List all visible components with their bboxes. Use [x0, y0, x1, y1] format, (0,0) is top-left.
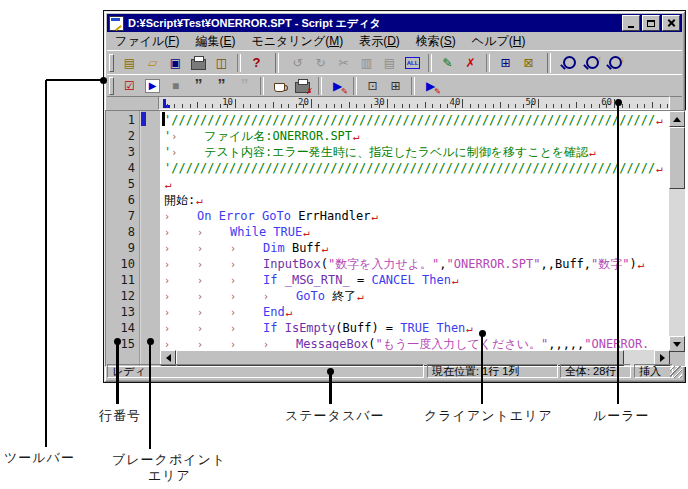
step-in-icon: ” [195, 78, 203, 94]
open-file-button[interactable]: ▱ [141, 53, 164, 73]
minimize-icon [628, 26, 634, 28]
eol-marker: ↵ [196, 194, 203, 207]
menu-item-file[interactable]: ファイル(F) [107, 32, 187, 51]
edit-marker-button[interactable]: ✎ [436, 53, 459, 73]
monitor-window-icon: ⊡ [367, 80, 377, 92]
zoom-button[interactable] [558, 53, 581, 73]
toolbar-debug: ☑▶■”””✗▶✎⊡⊞▶✎ [107, 74, 682, 97]
ruler-number: 10 [222, 97, 233, 107]
scroll-down-button[interactable] [669, 336, 685, 352]
ruler-tick [296, 104, 297, 108]
eol-marker: ↵ [165, 178, 172, 191]
ruler-tick [409, 104, 410, 108]
code-line-6: 開始:↵ [164, 192, 203, 209]
print-button[interactable] [187, 53, 210, 73]
eol-marker: ↵ [466, 322, 473, 335]
close-button[interactable] [662, 15, 680, 31]
ruler-tick [523, 104, 524, 108]
syntax-check-button[interactable]: ☑ [118, 76, 141, 96]
callout-label-ruler: ルーラー [593, 407, 650, 425]
add-monitor-window-button[interactable]: ⊞ [384, 76, 407, 96]
window-title: D:¥Script¥Test¥ONERROR.SPT - Script エディタ [128, 16, 622, 31]
callout-dot-toolbar [100, 77, 107, 84]
code-line-13: ›››End↵ [164, 304, 292, 321]
paste-button[interactable]: ▤ [378, 53, 401, 73]
ruler-tick [341, 104, 342, 108]
undo-button[interactable]: ↺ [286, 53, 309, 73]
line-number-margin[interactable]: 123456789101112131415 [106, 111, 160, 366]
eol-marker: ↵ [452, 274, 459, 287]
eol-marker: ↵ [638, 258, 645, 271]
ruler-tick [326, 104, 327, 108]
copy-button[interactable]: ▥ [355, 53, 378, 73]
menu-item-edit[interactable]: 編集(E) [187, 32, 243, 51]
menu-item-search[interactable]: 検索(S) [408, 32, 464, 51]
vertical-scrollbar[interactable] [669, 111, 685, 352]
help-button[interactable]: ? [245, 53, 268, 73]
window-list-button[interactable]: ⊞ [494, 53, 517, 73]
stop-button[interactable]: ■ [164, 76, 187, 96]
step-over-button[interactable]: ” [210, 76, 233, 96]
vertical-scroll-thumb[interactable] [669, 127, 685, 189]
ruler-tick [667, 104, 668, 108]
delete-marker-button[interactable]: ✗ [459, 53, 482, 73]
step-in-button[interactable]: ” [187, 76, 210, 96]
run-options-button[interactable]: ▶✎ [419, 76, 442, 96]
edit-settings-icon: ⊠ [523, 57, 533, 69]
resize-grip[interactable] [670, 366, 682, 378]
tab-marker: › [164, 209, 197, 225]
monitor-window-button[interactable]: ⊡ [361, 76, 384, 96]
zoom-down-button[interactable]: ↓ [604, 53, 627, 73]
menu-item-monitoring[interactable]: モニタリング(M) [243, 32, 351, 51]
run-to-cursor-button[interactable]: ▶✎ [326, 76, 349, 96]
pause-button[interactable] [268, 76, 291, 96]
ruler-tick [371, 104, 372, 108]
select-all-button[interactable]: ALL [401, 53, 424, 73]
line-number: 4 [106, 160, 135, 176]
tab-marker: › [171, 129, 204, 145]
close-document-button[interactable]: ◫ [210, 53, 233, 73]
edit-settings-button[interactable]: ⊠ [517, 53, 540, 73]
ruler-tick [629, 104, 630, 108]
code-line-4: '///////////////////////////////////////… [164, 160, 663, 177]
ruler-number: 40 [450, 97, 461, 107]
text-cursor [162, 112, 165, 126]
step-out-button[interactable]: ” [233, 76, 256, 96]
tab-marker: › [230, 289, 263, 305]
app-icon[interactable] [109, 16, 124, 31]
ruler-tick [205, 104, 206, 108]
ruler-tick [440, 104, 441, 108]
new-file-button[interactable]: ▤ [118, 53, 141, 73]
maximize-button[interactable] [642, 15, 660, 31]
tab-marker: › [230, 305, 263, 321]
abort-output-button[interactable]: ✗ [291, 76, 314, 96]
new-file-icon: ▤ [124, 57, 135, 69]
redo-button[interactable]: ↻ [309, 53, 332, 73]
app-window: D:¥Script¥Test¥ONERROR.SPT - Script エディタ… [103, 10, 686, 383]
cut-button[interactable]: ✂ [332, 53, 355, 73]
tab-marker: › [164, 289, 197, 305]
ruler-tick [394, 104, 395, 108]
tab-marker: › [164, 273, 197, 289]
tab-marker: › [164, 321, 197, 337]
print-icon [191, 59, 206, 70]
menu-item-help[interactable]: ヘルプ(H) [464, 32, 534, 51]
copy-icon: ▥ [361, 57, 372, 69]
menu-item-view[interactable]: 表示(D) [351, 32, 408, 51]
line-number: 11 [106, 272, 135, 288]
eol-marker: ↵ [589, 146, 596, 159]
run-button[interactable]: ▶ [141, 76, 164, 96]
code-line-11: ›››If _MSG_RTN_ = CANCEL Then↵ [164, 272, 459, 289]
scroll-up-button[interactable] [669, 111, 685, 127]
ruler-tick [470, 104, 471, 108]
run-icon: ▶ [145, 79, 161, 93]
client-area[interactable]: '///////////////////////////////////////… [160, 111, 670, 352]
left-arrow-icon [166, 354, 171, 362]
save-file-button[interactable]: ▣ [164, 53, 187, 73]
ruler[interactable]: 102030405060 [158, 96, 670, 110]
zoom-up-button[interactable]: ↑ [581, 53, 604, 73]
tab-marker: › [197, 273, 230, 289]
minimize-button[interactable] [622, 15, 640, 31]
toolbar-main: ▤▱▣◫?↺↻✂▥▤ALL✎✗⊞⊠↑↓ [107, 50, 682, 75]
ruler-tick [349, 102, 350, 108]
